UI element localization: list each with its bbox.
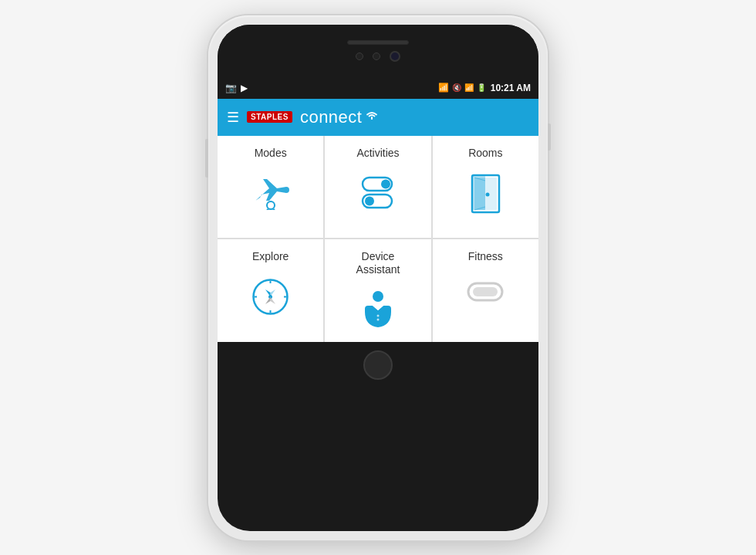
activities-icon (356, 171, 399, 214)
svg-point-4 (365, 197, 374, 206)
explore-icon (249, 276, 292, 318)
svg-point-0 (267, 201, 275, 209)
hamburger-menu[interactable]: ☰ (227, 109, 239, 126)
sensor-dot (356, 52, 363, 60)
device-assistant-icon (359, 289, 397, 331)
modes-cell[interactable]: Modes (218, 136, 323, 239)
sensor-dot-2 (373, 52, 380, 60)
modes-label: Modes (255, 147, 287, 160)
bluetooth-icon: 📶 (438, 83, 449, 93)
device-assistant-label: DeviceAssistant (356, 250, 400, 276)
svg-rect-19 (473, 287, 498, 296)
explore-cell[interactable]: Explore (218, 239, 323, 342)
rooms-label: Rooms (468, 147, 502, 160)
activities-cell[interactable]: Activities (325, 136, 430, 239)
explore-label: Explore (252, 250, 289, 263)
phone-body: 📷 ▶ 📶 🔇 📶 🔋 10:21 AM ☰ STAPLES connect (208, 15, 548, 540)
top-bezel (218, 25, 538, 77)
wifi-logo-icon (365, 110, 379, 120)
front-camera-area (356, 51, 400, 62)
media-status-icon: ▶ (241, 83, 248, 93)
home-button[interactable] (363, 350, 393, 380)
fitness-icon (462, 276, 508, 306)
mute-icon: 🔇 (452, 83, 461, 92)
activities-label: Activities (356, 147, 399, 160)
svg-point-2 (381, 180, 390, 189)
svg-point-8 (485, 193, 489, 197)
device-assistant-cell[interactable]: DeviceAssistant (325, 239, 430, 342)
volume-button (205, 139, 208, 178)
battery-icon: 🔋 (477, 83, 486, 92)
signal-icon: 📶 (464, 83, 474, 92)
camera-status-icon: 📷 (225, 83, 237, 93)
status-bar: 📷 ▶ 📶 🔇 📶 🔋 10:21 AM (218, 77, 538, 99)
svg-point-17 (376, 318, 379, 320)
rooms-cell[interactable]: Rooms (433, 136, 538, 239)
phone-screen: 📷 ▶ 📶 🔇 📶 🔋 10:21 AM ☰ STAPLES connect (218, 25, 538, 531)
status-left-icons: 📷 ▶ (225, 83, 248, 93)
svg-point-15 (373, 291, 383, 302)
status-right-icons: 📶 🔇 📶 🔋 10:21 AM (438, 83, 531, 93)
app-title: connect (300, 107, 380, 127)
front-camera (390, 51, 400, 62)
power-button (548, 124, 551, 151)
speaker-grille (347, 40, 409, 45)
modes-icon (248, 171, 294, 210)
bottom-bezel (218, 342, 538, 388)
time-display: 10:21 AM (491, 83, 531, 93)
fitness-cell[interactable]: Fitness (433, 239, 538, 342)
rooms-icon (468, 171, 503, 214)
app-header: ☰ STAPLES connect (218, 99, 538, 136)
phone-wrapper: 📷 ▶ 📶 🔇 📶 🔋 10:21 AM ☰ STAPLES connect (177, 15, 579, 540)
app-grid: Modes Activities (218, 136, 538, 342)
svg-point-16 (376, 314, 379, 316)
staples-brand-badge: STAPLES (247, 111, 292, 123)
fitness-label: Fitness (468, 250, 503, 263)
